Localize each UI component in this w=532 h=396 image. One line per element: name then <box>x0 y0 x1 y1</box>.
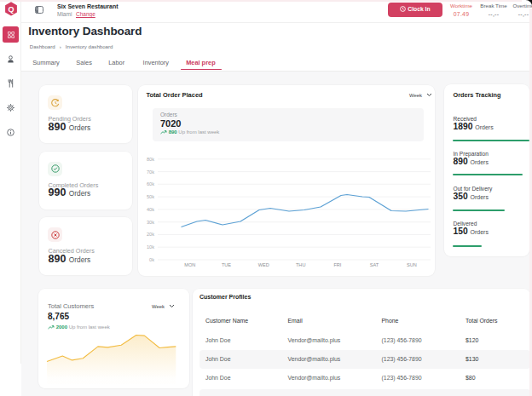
svg-text:0k: 0k <box>149 257 154 262</box>
svg-text:WED: WED <box>258 262 269 267</box>
svg-text:TUE: TUE <box>222 262 231 267</box>
svg-text:50k: 50k <box>147 194 154 199</box>
svg-text:MON: MON <box>184 262 195 267</box>
svg-text:40k: 40k <box>147 207 154 212</box>
svg-text:30k: 30k <box>147 220 154 225</box>
svg-text:SUN: SUN <box>407 262 417 267</box>
svg-text:SAT: SAT <box>370 262 379 267</box>
svg-text:FRI: FRI <box>333 262 341 267</box>
svg-text:60k: 60k <box>147 181 154 187</box>
svg-text:80k: 80k <box>147 157 154 162</box>
svg-text:10k: 10k <box>147 244 154 250</box>
svg-text:THU: THU <box>296 262 306 267</box>
svg-text:70k: 70k <box>147 169 154 175</box>
svg-text:Q: Q <box>8 5 14 14</box>
svg-text:20k: 20k <box>147 232 154 237</box>
